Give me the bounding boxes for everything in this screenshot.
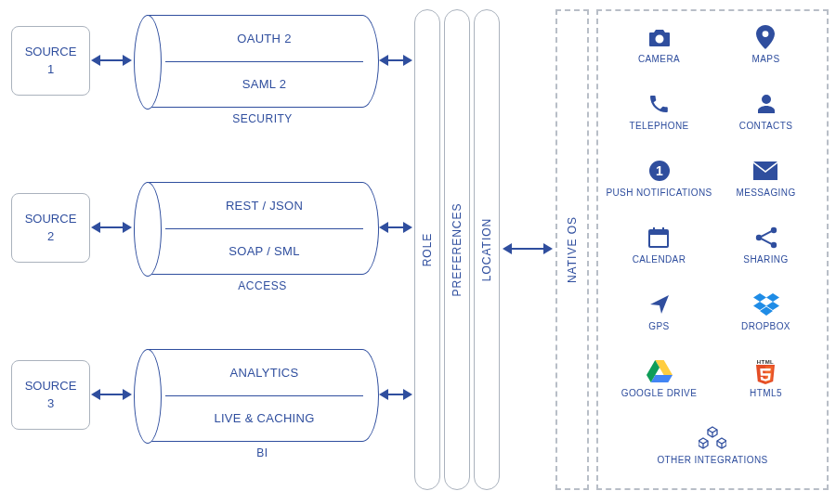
arrow-bi-role — [381, 394, 411, 395]
integration-dropbox: DROPBOX — [741, 291, 790, 331]
pill-preferences: PREFERENCES — [444, 9, 470, 490]
envelope-icon — [736, 158, 795, 184]
svg-rect-3 — [649, 230, 668, 235]
svg-text:1: 1 — [655, 163, 662, 178]
access-label: ACCESS — [147, 279, 378, 292]
integration-google-drive: GOOGLE DRIVE — [621, 358, 698, 398]
source-3-label: SOURCE3 — [25, 378, 77, 411]
integration-other: OTHER INTEGRATIONS — [657, 425, 767, 465]
access-bottom: SOAP / SML — [165, 227, 363, 274]
svg-rect-4 — [653, 227, 655, 232]
arrow-security-role — [381, 59, 411, 61]
source-box-1: SOURCE1 — [11, 26, 90, 96]
dropbox-icon — [741, 291, 790, 317]
camera-icon — [638, 24, 680, 50]
security-bottom: SAML 2 — [165, 60, 363, 107]
integration-contacts: CONTACTS — [739, 91, 792, 131]
integration-telephone: TELEPHONE — [629, 91, 688, 131]
share-icon — [743, 225, 788, 251]
security-top: OAUTH 2 — [165, 16, 363, 62]
cylinder-access: REST / JSON SOAP / SML ACCESS — [147, 182, 379, 275]
arrow-location-nativeos — [504, 248, 551, 250]
svg-point-6 — [755, 235, 761, 240]
pill-location: LOCATION — [474, 9, 500, 490]
arrow-access-role — [381, 226, 411, 228]
arrow-source3-bi — [93, 394, 130, 395]
source-box-3: SOURCE3 — [11, 360, 90, 430]
user-icon — [739, 91, 792, 117]
arrow-source1-security — [93, 59, 130, 61]
badge-1-icon: 1 — [606, 158, 712, 184]
integration-maps: MAPS — [752, 24, 780, 64]
html5-icon: HTML — [750, 358, 782, 384]
native-os-box: NATIVE OS — [555, 9, 589, 490]
calendar-icon — [633, 225, 686, 251]
native-os-label: NATIVE OS — [566, 216, 579, 283]
svg-point-7 — [770, 227, 776, 233]
phone-icon — [629, 91, 688, 117]
security-label: SECURITY — [147, 112, 378, 125]
access-top: REST / JSON — [165, 183, 363, 229]
bi-label: BI — [147, 446, 378, 459]
svg-rect-5 — [662, 227, 664, 232]
source-box-2: SOURCE2 — [11, 193, 90, 263]
svg-text:HTML: HTML — [757, 359, 774, 365]
integrations-box: CAMERA MAPS TELEPHONE CONTACTS — [596, 9, 829, 490]
architecture-diagram: SOURCE1 SOURCE2 SOURCE3 OAUTH 2 SAML 2 S… — [0, 0, 836, 504]
google-drive-icon — [621, 358, 698, 384]
integration-push-notifications: 1 PUSH NOTIFICATIONS — [606, 158, 712, 198]
integration-gps: GPS — [648, 291, 671, 331]
bi-top: ANALYTICS — [165, 350, 363, 396]
pill-role: ROLE — [414, 9, 440, 490]
integration-camera: CAMERA — [638, 24, 680, 64]
location-arrow-icon — [648, 291, 671, 317]
integration-html5: HTML HTML5 — [750, 358, 782, 398]
cubes-icon — [657, 425, 767, 451]
bi-bottom: LIVE & CACHING — [165, 394, 363, 441]
arrow-source2-access — [93, 226, 130, 228]
cylinder-security: OAUTH 2 SAML 2 SECURITY — [147, 15, 379, 108]
cylinder-bi: ANALYTICS LIVE & CACHING BI — [147, 349, 379, 442]
integration-sharing: SHARING — [743, 225, 788, 265]
source-2-label: SOURCE2 — [25, 211, 77, 244]
svg-point-8 — [770, 242, 776, 248]
map-pin-icon — [752, 24, 780, 50]
integration-calendar: CALENDAR — [633, 225, 686, 265]
source-1-label: SOURCE1 — [25, 44, 77, 77]
integration-messaging: MESSAGING — [736, 158, 795, 198]
